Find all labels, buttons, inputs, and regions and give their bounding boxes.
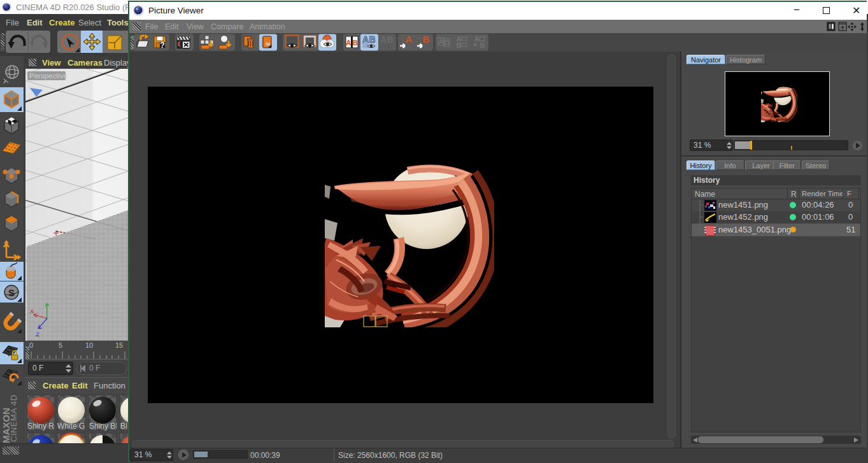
svg-text:White G: White G [57,422,85,431]
svg-text:A: A [346,39,351,46]
svg-text:Z: Z [36,331,39,338]
svg-text:Shiny Bl: Shiny Bl [89,422,117,431]
svg-text:Shiny Re: Shiny Re [27,422,59,431]
svg-text:B: B [480,41,485,49]
svg-text:B: B [457,41,462,49]
svg-text:A: A [380,34,387,45]
svg-text:D: D [445,39,450,46]
svg-text:?: ? [160,41,164,50]
svg-text:A: A [474,35,480,43]
svg-text:Bl: Bl [120,422,127,431]
svg-text:S: S [8,287,15,298]
svg-text:B: B [353,39,358,46]
svg-text:B: B [369,34,375,45]
svg-text:A: A [406,34,413,45]
svg-text:B: B [423,34,430,45]
svg-text:B: B [387,34,393,45]
svg-text:X: X [30,308,34,315]
svg-text:A: A [439,38,444,45]
